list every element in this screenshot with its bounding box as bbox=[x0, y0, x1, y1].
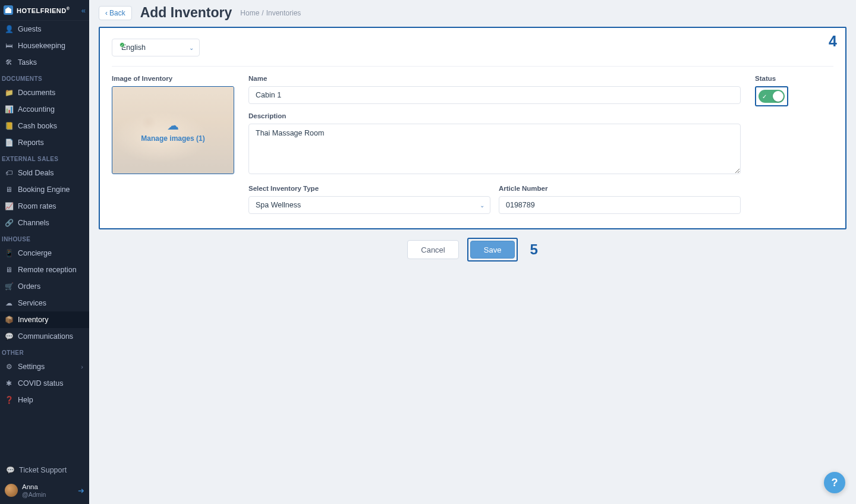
back-button[interactable]: ‹Back bbox=[99, 6, 132, 20]
sold-deals-icon: 🏷 bbox=[5, 169, 13, 177]
nav-room-rates[interactable]: 📈Room rates bbox=[0, 198, 89, 215]
label-inventory-type: Select Inventory Type bbox=[248, 185, 490, 192]
page-header: ‹Back Add Inventory Home / Inventories bbox=[89, 0, 856, 27]
accounting-icon: 📊 bbox=[5, 105, 13, 114]
description-textarea[interactable]: Thai Massage Room bbox=[248, 124, 741, 174]
nav-channels[interactable]: 🔗Channels bbox=[0, 215, 89, 231]
name-input[interactable] bbox=[248, 86, 741, 104]
divider bbox=[112, 66, 833, 67]
reports-icon: 📄 bbox=[5, 138, 13, 147]
nav-services[interactable]: ☁Services bbox=[0, 295, 89, 311]
nav-housekeeping[interactable]: 🛏Housekeeping bbox=[0, 37, 89, 54]
housekeeping-icon: 🛏 bbox=[5, 42, 13, 50]
nav-orders[interactable]: 🛒Orders bbox=[0, 278, 89, 295]
sidebar-header: HOTELFRIEND® « bbox=[0, 0, 89, 21]
room-rates-icon: 📈 bbox=[5, 202, 13, 210]
tasks-icon: 🛠 bbox=[5, 58, 13, 67]
nav-help[interactable]: ❓Help bbox=[0, 392, 89, 408]
check-icon: ✓ bbox=[762, 93, 767, 100]
label-name: Name bbox=[248, 75, 741, 82]
nav-documents[interactable]: 📁Documents bbox=[0, 84, 89, 101]
label-image: Image of Inventory bbox=[112, 75, 234, 82]
nav-cash-books[interactable]: 📒Cash books bbox=[0, 118, 89, 134]
section-other: OTHER bbox=[0, 345, 89, 358]
nav: 👤Guests 🛏Housekeeping 🛠Tasks DOCUMENTS 📁… bbox=[0, 21, 89, 461]
sidebar: HOTELFRIEND® « 👤Guests 🛏Housekeeping 🛠Ta… bbox=[0, 0, 89, 504]
nav-reports[interactable]: 📄Reports bbox=[0, 134, 89, 151]
guests-icon: 👤 bbox=[5, 25, 13, 33]
form-card: 4 ✓ English ⌄ Image of Inventory ☁ Manag… bbox=[99, 27, 846, 229]
channels-icon: 🔗 bbox=[5, 219, 13, 227]
user-panel[interactable]: Anna @Admin ➜ bbox=[0, 480, 89, 504]
user-name: Anna bbox=[22, 483, 46, 491]
nav-settings[interactable]: ⚙Settings› bbox=[0, 358, 89, 375]
image-uploader[interactable]: ☁ Manage images (1) bbox=[112, 86, 234, 174]
section-inhouse: INHOUSE bbox=[0, 231, 89, 245]
manage-images-link[interactable]: Manage images (1) bbox=[141, 134, 204, 143]
cancel-button[interactable]: Cancel bbox=[407, 240, 458, 259]
avatar bbox=[5, 484, 18, 497]
chevron-down-icon: ⌄ bbox=[189, 45, 194, 51]
upload-icon: ☁ bbox=[167, 118, 179, 133]
form-actions: Cancel Save 5 bbox=[89, 238, 856, 262]
inventory-type-select[interactable] bbox=[248, 196, 490, 214]
nav-communications[interactable]: 💬Communications bbox=[0, 328, 89, 345]
annotation-5: 5 bbox=[530, 241, 537, 258]
annotation-4: 4 bbox=[829, 33, 837, 50]
save-button[interactable]: Save bbox=[470, 241, 515, 259]
label-article-number: Article Number bbox=[499, 185, 741, 192]
language-select[interactable]: ✓ English ⌄ bbox=[112, 39, 200, 56]
ticket-icon: 💬 bbox=[6, 466, 14, 474]
logo-icon bbox=[4, 5, 13, 15]
nav-guests[interactable]: 👤Guests bbox=[0, 21, 89, 37]
brand-name: HOTELFRIEND® bbox=[17, 7, 70, 14]
help-fab[interactable]: ? bbox=[824, 472, 845, 493]
check-icon: ✓ bbox=[119, 42, 125, 48]
status-toggle[interactable]: ✓ bbox=[759, 90, 785, 103]
language-value: English bbox=[121, 43, 146, 52]
documents-icon: 📁 bbox=[5, 89, 13, 97]
collapse-sidebar-icon[interactable]: « bbox=[81, 6, 86, 15]
nav-inventory[interactable]: 📦Inventory bbox=[0, 311, 89, 328]
main: ‹Back Add Inventory Home / Inventories 4… bbox=[89, 0, 856, 504]
logout-icon[interactable]: ➜ bbox=[78, 486, 84, 495]
cash-books-icon: 📒 bbox=[5, 122, 13, 130]
concierge-icon: 📱 bbox=[5, 249, 13, 257]
nav-ticket-support[interactable]: 💬Ticket Support bbox=[0, 461, 89, 480]
communications-icon: 💬 bbox=[5, 332, 13, 341]
covid-icon: ✱ bbox=[5, 379, 13, 388]
booking-engine-icon: 🖥 bbox=[5, 185, 13, 194]
section-external-sales: EXTERNAL SALES bbox=[0, 151, 89, 165]
nav-booking-engine[interactable]: 🖥Booking Engine bbox=[0, 181, 89, 198]
label-status: Status bbox=[755, 75, 792, 82]
nav-tasks[interactable]: 🛠Tasks bbox=[0, 54, 89, 71]
chevron-left-icon: ‹ bbox=[105, 9, 108, 17]
page-title: Add Inventory bbox=[140, 5, 232, 21]
help-icon: ❓ bbox=[5, 396, 13, 404]
services-icon: ☁ bbox=[5, 299, 13, 307]
section-documents: DOCUMENTS bbox=[0, 71, 89, 84]
breadcrumb: Home / Inventories bbox=[240, 9, 301, 17]
annotation-box-save: Save bbox=[467, 238, 518, 262]
nav-concierge[interactable]: 📱Concierge bbox=[0, 245, 89, 262]
label-description: Description bbox=[248, 112, 741, 119]
crumb-inventories[interactable]: Inventories bbox=[266, 9, 301, 17]
user-role: @Admin bbox=[22, 491, 46, 498]
article-number-input[interactable] bbox=[499, 196, 741, 214]
settings-icon: ⚙ bbox=[5, 363, 13, 371]
nav-covid-status[interactable]: ✱COVID status bbox=[0, 375, 89, 392]
nav-accounting[interactable]: 📊Accounting bbox=[0, 101, 89, 118]
annotation-box-status: ✓ bbox=[755, 86, 788, 106]
remote-reception-icon: 🖥 bbox=[5, 266, 13, 274]
inventory-icon: 📦 bbox=[5, 316, 13, 324]
toggle-knob bbox=[773, 91, 783, 102]
orders-icon: 🛒 bbox=[5, 282, 13, 291]
chevron-right-icon: › bbox=[81, 363, 83, 370]
nav-remote-reception[interactable]: 🖥Remote reception bbox=[0, 262, 89, 278]
crumb-home[interactable]: Home bbox=[240, 9, 259, 17]
nav-sold-deals[interactable]: 🏷Sold Deals bbox=[0, 165, 89, 181]
